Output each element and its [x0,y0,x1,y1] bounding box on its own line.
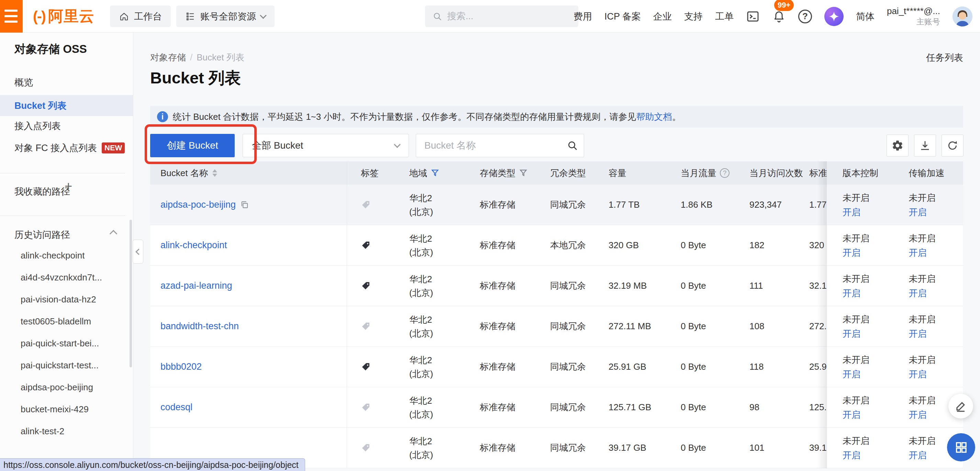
filter-icon[interactable] [519,168,528,178]
redundancy-cell: 同城冗余 [538,266,596,306]
redundancy-cell: 同城冗余 [538,347,596,387]
bucket-name-link[interactable]: aipdsa-poc-beijing [161,200,236,210]
avatar[interactable] [953,6,972,27]
aliyun-logo[interactable]: (-) 阿里云 [33,6,94,27]
transfer-acceleration-cell: 未开启 开启 [904,185,963,225]
table-row[interactable]: bandwidth-test-chn 华北2(北京) 标准存储 同城冗余 272… [150,306,963,347]
filter-icon-active[interactable] [431,168,439,178]
account-menu[interactable]: pai_t*****@... 主账号 [887,5,940,27]
sidebar-divider [0,173,125,173]
export-button[interactable] [914,135,936,157]
enable-versioning-link[interactable]: 开启 [843,205,904,219]
sidebar-scrollbar[interactable] [130,220,132,367]
chevron-up-icon[interactable] [110,230,118,238]
enable-transfer-link[interactable]: 开启 [908,367,963,381]
enable-versioning-link[interactable]: 开启 [843,246,904,260]
enable-versioning-link[interactable]: 开启 [843,448,904,462]
nav-item-icp[interactable]: ICP 备案 [605,10,641,23]
sidebar-item-fc-access-points[interactable]: 对象 FC 接入点列表NEW [14,142,125,154]
bucket-filter-dropdown[interactable]: 全部 Bucket [243,134,409,157]
question-circle-icon[interactable]: ? [720,168,730,178]
refresh-icon [947,140,958,151]
apps-launcher-fab[interactable] [947,433,975,461]
workbench-button[interactable]: 工作台 [110,5,171,27]
history-item[interactable]: aipdsa-poc-beijing [21,382,93,393]
breadcrumb-root[interactable]: 对象存储 [150,51,186,63]
bucket-search-button[interactable] [561,134,584,157]
visits-cell: 923,347 [737,185,806,225]
table-row[interactable]: azad-pai-learning 华北2(北京) 标准存储 同城冗余 32.1… [150,266,963,306]
history-item[interactable]: ai4d-s4vzcnkxdn7t... [21,272,102,283]
fixed-columns-cell: 未开启 开启 未开启 开启 [827,185,963,225]
tag-icon [361,321,371,331]
nav-item-enterprise[interactable]: 企业 [653,10,672,23]
global-search-input[interactable] [447,11,571,22]
history-item[interactable]: test0605-bladellm [21,316,91,327]
bucket-name-cell: codesql [150,387,347,427]
nav-item-ticket[interactable]: 工单 [715,10,733,23]
table-row[interactable]: codesql 华北2(北京) 标准存储 同城冗余 125.71 GB 0 By… [150,387,963,428]
sort-icon[interactable] [212,169,217,177]
language-switcher[interactable]: 简体 [856,10,875,23]
feedback-edit-fab[interactable] [948,394,973,419]
nav-item-support[interactable]: 支持 [684,10,703,23]
hamburger-menu-icon[interactable] [0,0,23,33]
help-doc-link[interactable]: 帮助文档 [636,111,672,122]
bucket-name-link[interactable]: alink-checkpoint [161,240,227,251]
traffic-cell: 0 Byte [668,266,737,306]
versioning-cell: 未开启 开启 [827,266,904,306]
refresh-button[interactable] [942,135,964,157]
sidebar-item-overview[interactable]: 概览 [14,76,33,89]
notifications-button[interactable]: 99+ [772,10,786,23]
history-item[interactable]: pai-quick-start-bei... [21,338,99,349]
enable-transfer-link[interactable]: 开启 [908,327,963,341]
enable-versioning-link[interactable]: 开启 [843,327,904,341]
table-row[interactable]: alink-checkpoint 华北2(北京) 标准存储 本地冗余 320 G… [150,225,963,266]
bucket-search-input[interactable] [416,134,561,157]
enable-versioning-link[interactable]: 开启 [843,367,904,381]
top-navbar: (-) 阿里云 工作台 账号全部资源 费用 ICP 备案 企业 支持 工单 99… [0,0,980,33]
history-item[interactable]: alink-checkpoint [21,250,84,261]
cloudshell-button[interactable] [746,10,760,23]
history-item[interactable]: pai-quickstart-test... [21,360,99,371]
account-resources-dropdown[interactable]: 账号全部资源 [176,5,275,27]
help-button[interactable]: ? [798,10,812,23]
traffic-cell: 0 Byte [668,306,737,346]
history-paths-label: 历史访问路径 [14,228,70,241]
add-favorite-path-icon[interactable]: + [65,179,72,193]
tag-cell [347,306,397,346]
history-item[interactable]: pai-vision-data-hz2 [21,294,96,305]
sidebar-item-bucket-list[interactable]: Bucket 列表 [0,95,133,116]
enable-versioning-link[interactable]: 开启 [843,408,904,422]
history-item[interactable]: alink-test-2 [21,426,64,437]
table-row[interactable]: bbbb0202 华北2(北京) 标准存储 同城冗余 25.91 GB 0 By… [150,347,963,387]
settings-button[interactable] [886,135,908,157]
nav-item-billing[interactable]: 费用 [573,10,592,23]
ai-assistant-button[interactable] [824,7,843,26]
sidebar-item-access-points[interactable]: 接入点列表 [14,120,61,132]
history-item[interactable]: bucket-meixi-429 [21,404,89,415]
redundancy-cell: 本地冗余 [538,225,596,265]
task-list-link[interactable]: 任务列表 [926,51,963,64]
bucket-name-link[interactable]: bbbb0202 [161,362,202,372]
bucket-name-link[interactable]: bandwidth-test-chn [161,321,239,331]
info-banner: i 统计 Bucket 合计数据，平均延迟 1~3 小时。不作为计量数据，仅作参… [150,106,963,128]
table-row[interactable]: aipdsa-poc-beijing 华北2(北京) 标准存储 同城冗余 1.7… [150,185,963,225]
home-icon [119,11,129,22]
create-bucket-button[interactable]: 创建 Bucket [150,134,235,157]
global-search[interactable] [425,5,578,27]
versioning-cell: 未开启 开启 [827,225,904,265]
bucket-name-link[interactable]: azad-pai-learning [161,281,232,291]
copy-icon[interactable] [240,200,250,210]
enable-transfer-link[interactable]: 开启 [908,246,963,260]
fixed-columns-cell: 未开启 开启 未开启 开启 [827,387,963,427]
enable-versioning-link[interactable]: 开启 [843,286,904,300]
col-header-versioning: 版本控制 [827,167,904,179]
col-header-bucket-name: Bucket 名称 [150,161,347,185]
search-icon [433,12,442,21]
enable-transfer-link[interactable]: 开启 [908,286,963,300]
enable-transfer-link[interactable]: 开启 [908,205,963,219]
visits-cell: 108 [737,306,806,346]
bucket-name-link[interactable]: codesql [161,402,192,412]
sidebar-collapse-handle[interactable] [133,239,143,264]
